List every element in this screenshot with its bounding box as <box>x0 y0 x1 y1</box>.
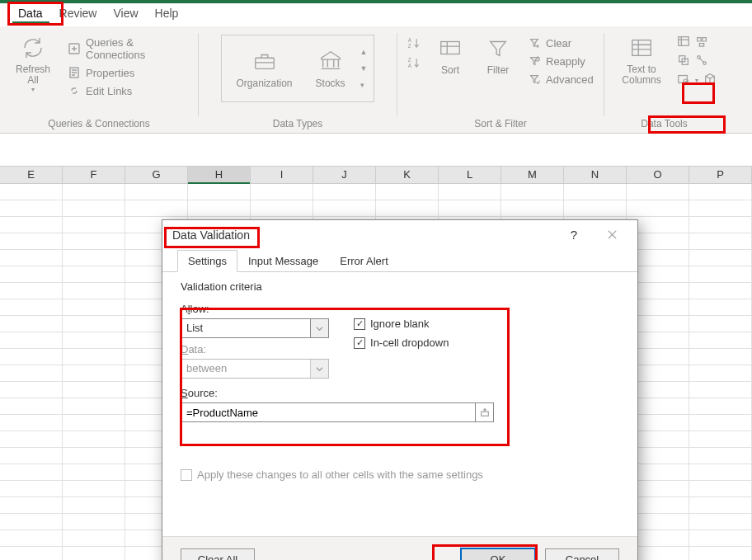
cell[interactable] <box>689 497 752 514</box>
cancel-button[interactable]: Cancel <box>545 548 619 560</box>
cell[interactable] <box>689 349 752 365</box>
cell[interactable] <box>689 398 752 415</box>
cell[interactable] <box>0 481 63 497</box>
clear-all-button[interactable]: Clear All <box>181 548 255 560</box>
cell[interactable] <box>376 184 439 200</box>
cell[interactable] <box>63 250 125 266</box>
col-header[interactable]: N <box>564 167 627 183</box>
cell[interactable] <box>0 316 63 332</box>
cell[interactable] <box>188 184 251 200</box>
cell[interactable] <box>63 497 125 514</box>
remove-duplicates-icon[interactable] <box>677 54 690 69</box>
incell-dropdown-checkbox[interactable]: ✓ In-cell dropdown <box>354 336 449 349</box>
cell[interactable] <box>689 200 752 217</box>
consolidate-icon[interactable] <box>695 35 708 50</box>
col-header[interactable]: E <box>0 167 63 183</box>
col-header[interactable]: M <box>501 167 564 183</box>
cell[interactable] <box>0 530 63 547</box>
cell[interactable] <box>0 250 63 266</box>
col-header[interactable]: I <box>251 167 313 183</box>
cell[interactable] <box>689 266 752 283</box>
clear-filter-button[interactable]: Clear <box>524 35 597 51</box>
col-header[interactable]: J <box>313 167 376 183</box>
cell[interactable] <box>63 431 125 448</box>
ok-button[interactable]: OK <box>461 548 535 560</box>
cell[interactable] <box>689 431 752 448</box>
cell[interactable] <box>439 184 501 200</box>
cell[interactable] <box>501 200 564 217</box>
queries-connections-button[interactable]: Queries & Connections <box>64 35 191 63</box>
cell[interactable] <box>251 184 313 200</box>
refresh-all-button[interactable]: Refresh All ▾ <box>7 30 59 107</box>
cell[interactable] <box>0 349 63 365</box>
cell[interactable] <box>63 382 125 398</box>
close-button[interactable] <box>596 223 627 247</box>
cell[interactable] <box>0 365 63 382</box>
cell[interactable] <box>0 448 63 464</box>
cell[interactable] <box>313 184 376 200</box>
cell[interactable] <box>125 184 188 200</box>
cell[interactable] <box>0 497 63 514</box>
data-validation-icon[interactable] <box>677 73 690 88</box>
cell[interactable] <box>0 415 63 431</box>
filter-button[interactable]: Filter <box>477 30 519 107</box>
cell[interactable] <box>689 481 752 497</box>
cell[interactable] <box>63 415 125 431</box>
advanced-filter-button[interactable]: Advanced <box>524 71 597 87</box>
cell[interactable] <box>689 332 752 349</box>
sort-za-button[interactable]: ZA <box>404 54 424 71</box>
cell[interactable] <box>63 184 125 200</box>
range-picker-icon[interactable] <box>475 403 493 421</box>
tab-view[interactable]: View <box>105 3 146 26</box>
cell[interactable] <box>689 514 752 530</box>
tab-help[interactable]: Help <box>147 3 187 26</box>
col-header[interactable]: O <box>627 167 689 183</box>
col-header-selected[interactable]: H <box>188 167 251 183</box>
tab-input-message[interactable]: Input Message <box>237 250 329 272</box>
cell[interactable] <box>0 547 63 560</box>
col-header[interactable]: L <box>439 167 501 183</box>
tab-review[interactable]: Review <box>51 3 106 26</box>
cell[interactable] <box>376 200 439 217</box>
tab-settings[interactable]: Settings <box>177 250 237 272</box>
cell[interactable] <box>564 200 627 217</box>
cell[interactable] <box>0 464 63 481</box>
cell[interactable] <box>63 481 125 497</box>
cell[interactable] <box>689 464 752 481</box>
organization-button[interactable]: Organization <box>228 43 301 94</box>
cell[interactable] <box>63 514 125 530</box>
cell[interactable] <box>63 316 125 332</box>
cell[interactable] <box>251 200 313 217</box>
cell[interactable] <box>0 283 63 299</box>
cell[interactable] <box>0 398 63 415</box>
cell[interactable] <box>63 448 125 464</box>
cell[interactable] <box>564 184 627 200</box>
cell[interactable] <box>501 184 564 200</box>
cell[interactable] <box>63 332 125 349</box>
source-input-field[interactable] <box>181 403 475 421</box>
cell[interactable] <box>689 365 752 382</box>
cell[interactable] <box>63 464 125 481</box>
allow-combobox[interactable]: List <box>181 318 329 338</box>
cell[interactable] <box>439 200 501 217</box>
cell[interactable] <box>0 514 63 530</box>
flash-fill-icon[interactable] <box>677 35 690 50</box>
cell[interactable] <box>63 217 125 233</box>
col-header[interactable]: P <box>689 167 752 183</box>
cell[interactable] <box>125 200 188 217</box>
reapply-button[interactable]: Reapply <box>524 53 597 69</box>
cell[interactable] <box>689 217 752 233</box>
cell[interactable] <box>689 530 752 547</box>
cell[interactable] <box>63 283 125 299</box>
text-to-columns-button[interactable]: Text to Columns <box>611 30 672 107</box>
cell[interactable] <box>689 299 752 316</box>
cell[interactable] <box>0 217 63 233</box>
cell[interactable] <box>63 233 125 250</box>
relationships-icon[interactable] <box>695 54 708 69</box>
cell[interactable] <box>689 184 752 200</box>
cell[interactable] <box>689 283 752 299</box>
help-button[interactable]: ? <box>558 223 590 247</box>
sort-az-button[interactable]: AZ <box>404 35 424 51</box>
stocks-button[interactable]: Stocks <box>308 43 354 94</box>
data-model-icon[interactable] <box>703 73 717 88</box>
